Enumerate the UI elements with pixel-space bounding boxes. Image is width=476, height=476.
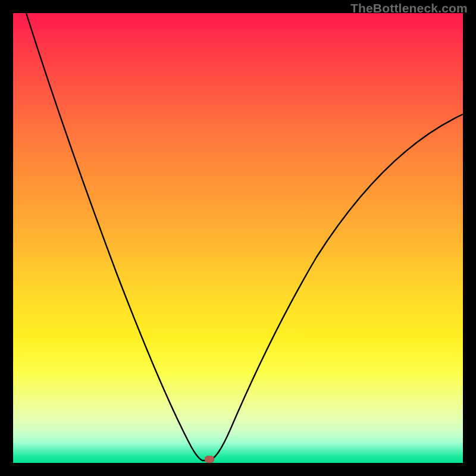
curve-left: [26, 13, 209, 461]
plot-area: [13, 13, 463, 463]
watermark-text: TheBottleneck.com: [350, 1, 468, 15]
bottleneck-marker: [205, 456, 214, 463]
chart-frame: TheBottleneck.com: [0, 0, 476, 476]
curve-right: [209, 114, 463, 461]
bottleneck-curve: [13, 13, 463, 463]
